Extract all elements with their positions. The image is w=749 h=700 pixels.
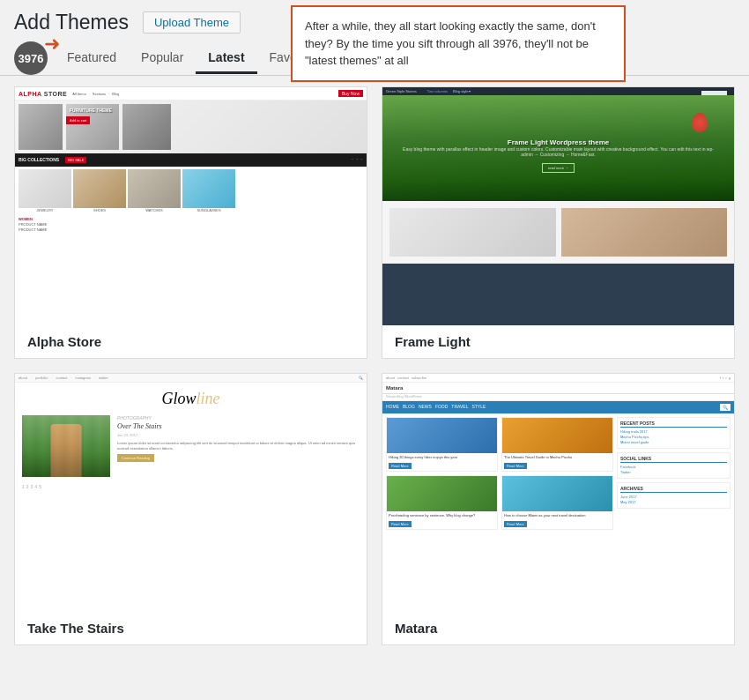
matara-post-img-3 [387,476,497,511]
glowline-topbar: about·portfolio·contact·instagram·twitte… [15,374,367,383]
matara-archives: ARCHIVES June 2017 May 2017 [617,482,730,509]
theme-card-matara[interactable]: aboutcontactsubscribe ftrg Matara Storyt… [382,373,735,645]
matara-read-more-2: Read More [504,463,527,469]
matara-read-more-1: Read More [389,463,412,469]
matara-post-3: Proofreading sentence by sentence. Why b… [386,475,498,530]
alpha-store-preview: ALPHA STORE All Items · Sections · Blog … [15,87,367,325]
matara-post-img-2 [502,418,612,453]
alpha-add-cart-btn: Add to cart [66,116,90,124]
matara-recent-posts: RECENT POSTS Hiking trails 2017 Machu Pi… [617,417,730,449]
alpha-product-4 [182,169,235,208]
alpha-logo: ALPHA STORE [19,91,67,97]
theme-card-glowline[interactable]: about·portfolio·contact·instagram·twitte… [14,373,367,645]
alpha-hero-img2: FURNITURE THEME Add to cart [66,104,119,150]
frame-header-bar: Green Style Stories Two columns Blog sty… [382,87,734,95]
alpha-buy-btn: Buy Now [338,90,363,97]
matara-social: SOCIAL LINKS Facebook Twitter [617,452,730,479]
glowline-logo: Glowline [15,383,367,412]
theme-card-alpha-store[interactable]: ALPHA STORE All Items · Sections · Blog … [14,86,367,359]
matara-post-1: Hiking 30 things every hiker enjoys this… [386,417,498,472]
matara-post-img-1 [387,418,497,453]
alpha-nav: All Items · Sections · Blog [72,92,119,96]
matara-main-content: Hiking 30 things every hiker enjoys this… [386,417,613,533]
theme-card-frame-light[interactable]: Green Style Stories Two columns Blog sty… [382,86,735,359]
alpha-product-1 [19,169,71,208]
upload-theme-button[interactable]: Upload Theme [143,11,241,34]
alpha-product-2 [73,169,126,208]
alpha-hero-img3 [122,104,171,150]
frame-product-1 [389,208,556,257]
matara-post-img-4 [502,476,612,511]
matara-posts-grid: Hiking 30 things every hiker enjoys this… [386,417,613,530]
tab-popular[interactable]: Popular [129,43,196,74]
matara-title: Matara [382,612,734,644]
glowline-preview-area: about·portfolio·contact·instagram·twitte… [15,374,367,612]
arrow-indicator: ➜ [44,33,60,56]
alpha-hero-img1 [19,104,63,150]
matara-content: Hiking 30 things every hiker enjoys this… [382,413,734,537]
frame-products-row [382,201,734,264]
matara-post-2: The Ultimate Travel Guide to Machu Picch… [501,417,613,472]
matara-nav: HOME BLOG NEWS FOOD TRAVEL STYLE 🔍 [382,401,734,413]
matara-topbar: aboutcontactsubscribe ftrg [382,374,734,383]
alpha-product-3 [128,169,181,208]
frame-balloon [692,113,708,132]
themes-grid: ALPHA STORE All Items · Sections · Blog … [0,86,749,659]
frame-light-title: Frame Light [382,325,734,358]
tab-featured[interactable]: Featured [55,43,129,74]
alpha-store-title: Alpha Store [15,325,367,358]
glowline-main-image [22,415,110,477]
callout-text: After a while, they all start looking ex… [305,19,596,67]
matara-read-more-4: Read More [504,521,527,527]
matara-site-title: Matara [382,383,734,394]
matara-read-more-3: Read More [389,521,412,527]
theme-count-badge: 3976 [14,41,48,75]
frame-hero: Frame Light Wordpress theme Easy blog th… [382,95,734,201]
matara-post-4: How to choose Miami as your next travel … [501,475,613,530]
tab-latest[interactable]: Latest [196,43,256,74]
page-title: Add Themes [14,11,129,34]
glowline-content: PHOTOGRAPHY Over The Stairs Jun 23, 2017… [15,412,367,480]
frame-light-preview: Green Style Stories Two columns Blog sty… [382,87,734,325]
frame-product-2 [561,208,728,257]
callout-tooltip: After a while, they all start looking ex… [291,5,626,82]
glowline-pagination: 12345 [15,480,367,493]
matara-sidebar: RECENT POSTS Hiking trails 2017 Machu Pi… [617,417,730,533]
glowline-title: Take The Stairs [15,612,367,644]
matara-preview-area: aboutcontactsubscribe ftrg Matara Storyt… [382,374,734,612]
glowline-text: PHOTOGRAPHY Over The Stairs Jun 23, 2017… [117,415,360,477]
